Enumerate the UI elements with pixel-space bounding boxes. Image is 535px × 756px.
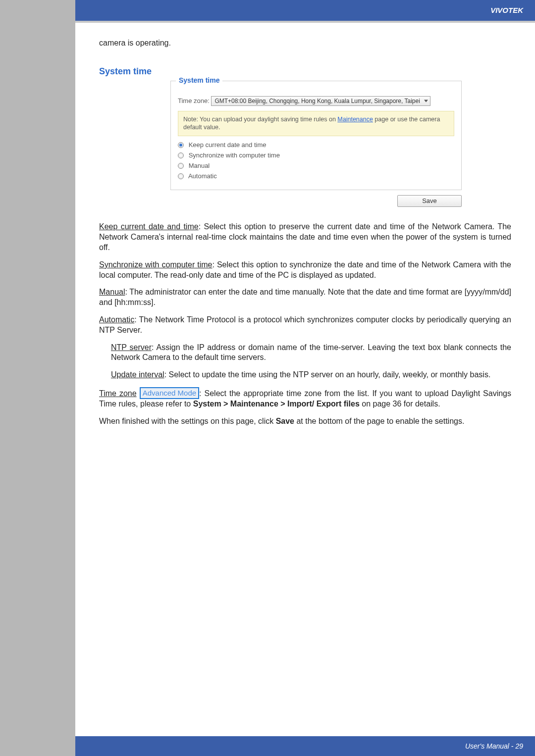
para-bold: Save [276, 417, 294, 425]
para-head: NTP server [111, 343, 152, 352]
radio-keep-current[interactable]: Keep current date and time [178, 141, 454, 149]
chevron-down-icon [424, 100, 428, 102]
footer-text: User's Manual - 29 [465, 742, 523, 750]
para-head: Manual [99, 288, 125, 296]
advanced-mode-badge: Advanced Mode [140, 387, 199, 399]
para-head: Time zone [99, 389, 137, 398]
note-text-pre: Note: You can upload your daylight savin… [183, 116, 337, 123]
radio-manual[interactable]: Manual [178, 162, 454, 169]
para-head: Update interval [111, 370, 164, 379]
radio-icon [178, 173, 184, 179]
para-body2: at the bottom of the page to enable the … [294, 417, 464, 425]
timezone-label: Time zone: [178, 97, 210, 104]
para-head: Keep current date and time [99, 222, 199, 231]
para-timezone: Time zone Advanced Mode: Select the appr… [99, 387, 511, 409]
section-title-system-time: System time [99, 66, 511, 77]
radio-icon [178, 163, 184, 169]
timezone-select[interactable]: GMT+08:00 Beijing, Chongqing, Hong Kong,… [211, 96, 430, 106]
radio-label: Manual [189, 162, 210, 169]
para-final: When finished with the settings on this … [99, 416, 511, 427]
para-update-interval: Update interval: Select to update the ti… [111, 370, 511, 380]
footer-band: User's Manual - 29 [75, 736, 535, 756]
para-head: Synchronize with computer time [99, 260, 212, 269]
note-box: Note: You can upload your daylight savin… [178, 111, 454, 137]
maintenance-link[interactable]: Maintenance [337, 116, 373, 123]
brand-label: VIVOTEK [490, 6, 523, 14]
radio-automatic[interactable]: Automatic [178, 172, 454, 180]
para-body: When finished with the settings on this … [99, 417, 276, 425]
panel-legend: System time [176, 76, 222, 84]
timezone-row: Time zone: GMT+08:00 Beijing, Chongqing,… [178, 96, 454, 106]
para-automatic: Automatic: The Network Time Protocol is … [99, 315, 511, 336]
radio-label: Automatic [188, 172, 217, 180]
prev-section-tail: camera is operating. [99, 38, 511, 49]
radio-icon [178, 142, 184, 148]
para-head: Automatic [99, 315, 134, 324]
radio-label: Keep current date and time [189, 141, 267, 149]
para-body: : Assign the IP address or domain name o… [111, 343, 511, 362]
header-band: VIVOTEK [75, 0, 535, 21]
timezone-value: GMT+08:00 Beijing, Chongqing, Hong Kong,… [214, 98, 420, 104]
para-sync: Synchronize with computer time: Select t… [99, 260, 511, 281]
para-body: : Select to update the time using the NT… [164, 370, 491, 379]
para-bold: System > Maintenance > Import/ Export fi… [193, 400, 360, 408]
para-ntp-server: NTP server: Assign the IP address or dom… [111, 343, 511, 363]
system-time-panel: System time Time zone: GMT+08:00 Beijing… [170, 81, 462, 207]
para-keep-current: Keep current date and time: Select this … [99, 222, 511, 252]
radio-label: Synchronize with computer time [189, 151, 280, 159]
para-body: : The Network Time Protocol is a protoco… [99, 315, 511, 334]
para-manual: Manual: The administrator can enter the … [99, 287, 511, 308]
radio-icon [178, 152, 184, 158]
para-body2: on page 36 for details. [360, 400, 440, 408]
radio-sync-computer[interactable]: Synchronize with computer time [178, 151, 454, 159]
save-button[interactable]: Save [397, 195, 462, 207]
para-body: : The administrator can enter the date a… [99, 288, 511, 306]
